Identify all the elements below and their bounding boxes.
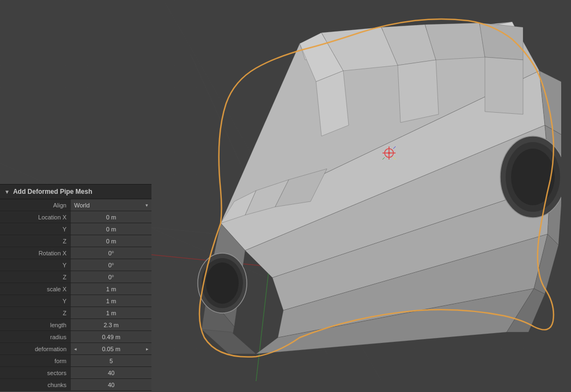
sectors-label: sectors [0, 370, 71, 376]
deformation-value: 0.05 m [80, 346, 143, 352]
location-y-row: Y 0 m [0, 223, 151, 235]
svg-point-37 [206, 262, 239, 304]
svg-marker-31 [479, 23, 523, 60]
rotation-y-field[interactable]: 0° [71, 259, 151, 271]
svg-marker-21 [202, 329, 256, 354]
svg-line-45 [393, 146, 396, 149]
radius-row: radius 0.49 m [0, 331, 151, 343]
rotation-y-label: Y [0, 262, 71, 268]
deformation-decrease-button[interactable]: ◂ [71, 343, 80, 354]
location-x-label: Location X [0, 214, 71, 220]
location-x-row: Location X 0 m [0, 211, 151, 223]
svg-marker-32 [316, 71, 349, 136]
scale-x-label: scale X [0, 286, 71, 292]
scale-z-label: Z [0, 310, 71, 316]
length-row: length 2.3 m [0, 319, 151, 331]
sectors-field[interactable]: 40 [71, 367, 151, 378]
sectors-row: sectors 40 [0, 367, 151, 379]
rotation-x-label: Rotation X [0, 250, 71, 256]
svg-point-40 [511, 149, 555, 205]
scale-y-row: Y 1 m [0, 295, 151, 307]
scale-x-row: scale X 1 m [0, 283, 151, 295]
form-row: form 5 [0, 355, 151, 367]
length-label: length [0, 322, 71, 328]
align-value: World [74, 202, 90, 209]
deformation-row: deformation ◂ 0.05 m ▸ [0, 343, 151, 355]
location-z-field[interactable]: 0 m [71, 235, 151, 247]
location-y-label: Y [0, 226, 71, 232]
svg-point-44 [388, 152, 390, 154]
origin-cross [380, 144, 398, 162]
scale-x-field[interactable]: 1 m [71, 283, 151, 295]
chunks-row: chunks 40 [0, 379, 151, 391]
rotation-y-row: Y 0° [0, 259, 151, 271]
svg-line-46 [382, 157, 385, 160]
chunks-label: chunks [0, 382, 71, 388]
properties-panel: ▼ Add Deformed Pipe Mesh Align World ▾ L… [0, 184, 151, 391]
form-field[interactable]: 5 [71, 355, 151, 366]
rotation-x-field[interactable]: 0° [71, 247, 151, 259]
location-y-field[interactable]: 0 m [71, 223, 151, 235]
align-row: Align World ▾ [0, 199, 151, 211]
panel-collapse-arrow: ▼ [4, 189, 10, 195]
form-label: form [0, 358, 71, 364]
location-x-field[interactable]: 0 m [71, 211, 151, 223]
scale-z-row: Z 1 m [0, 307, 151, 319]
dropdown-arrow-icon: ▾ [145, 203, 148, 208]
svg-marker-34 [485, 57, 523, 114]
align-dropdown[interactable]: World ▾ [71, 199, 151, 211]
rotation-z-label: Z [0, 274, 71, 280]
scale-z-field[interactable]: 1 m [71, 307, 151, 318]
deformation-field[interactable]: ◂ 0.05 m ▸ [71, 343, 151, 354]
rotation-z-row: Z 0° [0, 271, 151, 283]
panel-header[interactable]: ▼ Add Deformed Pipe Mesh [0, 185, 151, 199]
deformation-increase-button[interactable]: ▸ [143, 343, 151, 354]
scale-y-label: Y [0, 298, 71, 304]
align-label: Align [0, 202, 71, 209]
chunks-field[interactable]: 40 [71, 379, 151, 390]
location-z-row: Z 0 m [0, 235, 151, 247]
location-z-label: Z [0, 238, 71, 244]
radius-field[interactable]: 0.49 m [71, 331, 151, 342]
pipe-mesh [191, 16, 561, 359]
rotation-x-row: Rotation X 0° [0, 247, 151, 259]
deformation-label: deformation [0, 346, 71, 352]
rotation-z-field[interactable]: 0° [71, 271, 151, 283]
svg-marker-33 [398, 60, 439, 122]
radius-label: radius [0, 334, 71, 340]
length-field[interactable]: 2.3 m [71, 319, 151, 330]
scale-y-field[interactable]: 1 m [71, 295, 151, 307]
svg-line-47 [393, 157, 396, 160]
panel-title: Add Deformed Pipe Mesh [13, 188, 92, 195]
